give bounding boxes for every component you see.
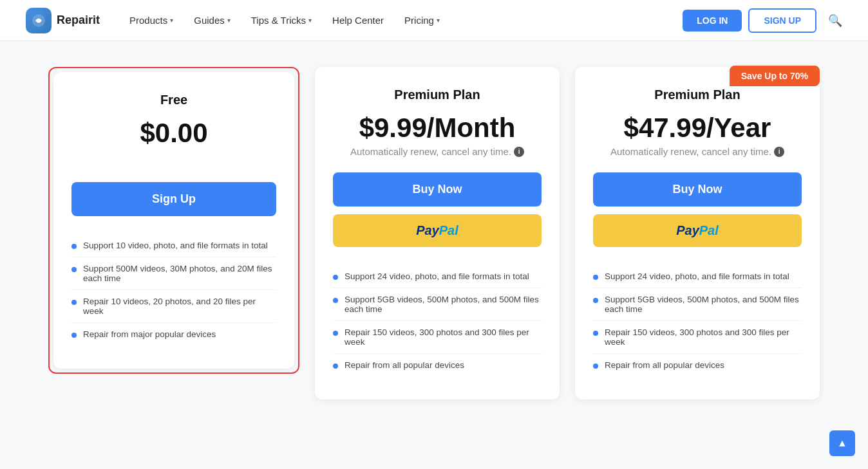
premium-monthly-title: Premium Plan	[333, 87, 542, 102]
scroll-to-top-button[interactable]: ▲	[829, 430, 855, 456]
premium-yearly-renew: Automatically renew, cancel any time. i	[593, 146, 802, 157]
nav-guides[interactable]: Guides ▾	[185, 10, 240, 31]
yearly-buy-button[interactable]: Buy Now	[593, 172, 802, 207]
list-item: Repair 150 videos, 300 photos and 300 fi…	[333, 321, 542, 354]
list-item: Support 24 video, photo, and file format…	[593, 265, 802, 288]
navbar: Repairit Products ▾ Guides ▾ Tips & Tric…	[0, 0, 868, 41]
premium-yearly-card: Premium Plan $47.99/Year Automatically r…	[575, 67, 820, 400]
list-item: Support 5GB videos, 500M photos, and 500…	[333, 288, 542, 321]
list-item: Support 24 video, photo, and file format…	[333, 265, 542, 288]
yearly-paypal-button[interactable]: PayPal	[593, 214, 802, 247]
nav-products[interactable]: Products ▾	[120, 10, 182, 31]
tips-chevron-icon: ▾	[308, 17, 312, 24]
bullet-icon	[593, 363, 598, 369]
free-features-list: Support 10 video, photo, and file format…	[71, 234, 276, 345]
nav-help[interactable]: Help Center	[323, 10, 393, 31]
search-icon[interactable]: 🔍	[828, 14, 842, 28]
logo-icon	[26, 8, 52, 33]
list-item: Repair 150 videos, 300 photos and 300 fi…	[593, 321, 802, 354]
monthly-features-list: Support 24 video, photo, and file format…	[333, 265, 542, 376]
logo[interactable]: Repairit	[26, 8, 100, 33]
bullet-icon	[333, 298, 338, 303]
bullet-icon	[333, 275, 338, 280]
monthly-paypal-button[interactable]: PayPal	[333, 214, 542, 247]
bullet-icon	[71, 267, 77, 272]
list-item: Support 500M videos, 30M photos, and 20M…	[71, 257, 276, 290]
pricing-cards-row: Free $0.00 Sign Up Support 10 video, pho…	[39, 67, 829, 400]
premium-yearly-price: $47.99/Year	[593, 113, 802, 143]
premium-yearly-title: Premium Plan	[593, 87, 802, 102]
bullet-icon	[593, 298, 598, 303]
free-plan-price: $0.00	[71, 118, 276, 149]
signup-button[interactable]: SIGN UP	[748, 8, 816, 33]
info-icon: i	[514, 147, 524, 157]
bullet-icon	[333, 331, 338, 336]
info-icon: i	[774, 147, 784, 157]
save-badge: Save Up to 70%	[730, 66, 820, 86]
products-chevron-icon: ▾	[170, 17, 173, 24]
list-item: Repair from all popular devices	[333, 354, 542, 376]
monthly-buy-button[interactable]: Buy Now	[333, 172, 542, 207]
premium-monthly-card: Premium Plan $9.99/Month Automatically r…	[315, 67, 560, 400]
guides-chevron-icon: ▾	[227, 17, 231, 24]
main-content: Free $0.00 Sign Up Support 10 video, pho…	[0, 41, 868, 469]
bullet-icon	[333, 363, 338, 369]
free-signup-button[interactable]: Sign Up	[71, 182, 276, 216]
yearly-features-list: Support 24 video, photo, and file format…	[593, 265, 802, 376]
logo-text: Repairit	[57, 14, 100, 27]
bullet-icon	[71, 300, 77, 305]
premium-monthly-price: $9.99/Month	[333, 113, 542, 143]
premium-yearly-wrapper: Save Up to 70% Premium Plan $47.99/Year …	[575, 67, 820, 400]
bullet-icon	[593, 331, 598, 336]
bullet-icon	[593, 275, 598, 280]
bullet-icon	[71, 244, 77, 249]
list-item: Support 5GB videos, 500M photos, and 500…	[593, 288, 802, 321]
list-item: Repair from major popular devices	[71, 323, 276, 345]
premium-monthly-renew: Automatically renew, cancel any time. i	[333, 146, 542, 157]
free-plan-card: Free $0.00 Sign Up Support 10 video, pho…	[53, 72, 294, 369]
pricing-chevron-icon: ▾	[437, 17, 440, 24]
list-item: Repair 10 videos, 20 photos, and 20 file…	[71, 290, 276, 323]
nav-tips[interactable]: Tips & Tricks ▾	[242, 10, 321, 31]
login-button[interactable]: LOG IN	[683, 10, 742, 32]
free-plan-wrapper: Free $0.00 Sign Up Support 10 video, pho…	[48, 67, 299, 374]
nav-items: Products ▾ Guides ▾ Tips & Tricks ▾ Help…	[120, 10, 683, 31]
nav-right: LOG IN SIGN UP 🔍	[683, 8, 842, 33]
nav-pricing[interactable]: Pricing ▾	[395, 10, 449, 31]
bullet-icon	[71, 333, 77, 338]
list-item: Repair from all popular devices	[593, 354, 802, 376]
free-plan-title: Free	[71, 93, 276, 107]
list-item: Support 10 video, photo, and file format…	[71, 234, 276, 257]
